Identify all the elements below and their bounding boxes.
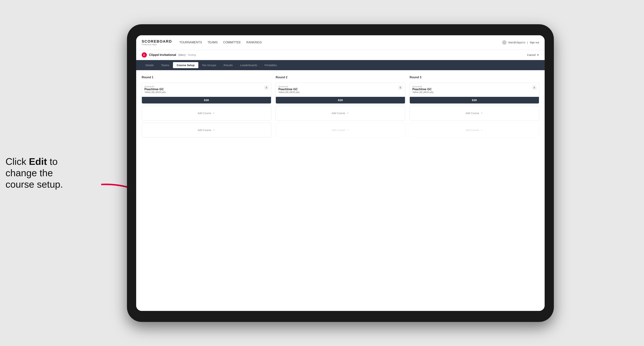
tab-leaderboards[interactable]: Leaderboards — [236, 62, 261, 68]
round-2-add-course-1[interactable]: Add Course ＋ — [276, 106, 405, 121]
round-1-title: Round 1 — [142, 76, 271, 79]
course-name-3: Peachtree GC — [412, 88, 434, 91]
plus-icon-4: ＋ — [346, 128, 349, 132]
course-details-2: Yellow (M) (6629 yds) — [278, 91, 300, 94]
hosting-bar: C Clippd Invitational (Men) Hosting Canc… — [136, 50, 545, 60]
round-1-add-course-2[interactable]: Add Course ＋ — [142, 123, 271, 138]
course-name-2: Peachtree GC — [278, 88, 300, 91]
scoreboard-logo: SCOREBOARD Powered by clippd — [142, 39, 172, 46]
user-email: blair@clippd.io — [508, 41, 525, 44]
nav-committee[interactable]: COMMITTEE — [223, 40, 241, 45]
add-course-label-4: Add Course — [332, 129, 345, 132]
add-course-label-6: Add Course — [466, 129, 479, 132]
nav-teams[interactable]: TEAMS — [208, 40, 218, 45]
round-2-column: Round 2 (Course A) Peachtree GC Yellow (… — [276, 76, 405, 138]
round-2-add-course-2: Add Course ＋ — [276, 123, 405, 138]
delete-course-icon[interactable]: 🗑 — [264, 85, 268, 89]
round-2-edit-button[interactable]: Edit — [276, 97, 405, 103]
main-content: Round 1 (Course A) Peachtree GC Yellow (… — [136, 70, 545, 311]
round-3-edit-button[interactable]: Edit — [410, 97, 539, 103]
round-1-edit-button[interactable]: Edit — [142, 97, 271, 103]
tab-results[interactable]: Results — [220, 62, 236, 68]
nav-right: blair@clippd.io | Sign out — [502, 40, 539, 45]
tab-course-setup[interactable]: Course Setup — [173, 62, 198, 68]
course-card-header: (Course A) Peachtree GC Yellow (M) (6629… — [144, 85, 268, 96]
logo-sub: Powered by clippd — [142, 43, 172, 46]
tab-tee-groups[interactable]: Tee Groups — [198, 62, 220, 68]
round-2-course-card: (Course A) Peachtree GC Yellow (M) (6629… — [276, 83, 405, 104]
plus-icon-2: ＋ — [212, 128, 215, 132]
sign-out-link[interactable]: Sign out — [530, 41, 539, 44]
hosting-badge: Hosting — [188, 53, 196, 56]
tablet-frame: SCOREBOARD Powered by clippd TOURNAMENTS… — [127, 24, 554, 322]
rounds-grid: Round 1 (Course A) Peachtree GC Yellow (… — [142, 76, 539, 138]
round-1-add-course-1[interactable]: Add Course ＋ — [142, 106, 271, 121]
cancel-button[interactable]: Cancel ✕ — [527, 53, 539, 57]
nav-rankings[interactable]: RANKINGS — [246, 40, 262, 45]
course-label: (Course A) — [144, 85, 166, 88]
course-name: Peachtree GC — [144, 88, 166, 91]
instruction-text: Click Edit tochange thecourse setup. — [6, 156, 63, 190]
instruction-bold: Edit — [29, 156, 47, 167]
round-1-column: Round 1 (Course A) Peachtree GC Yellow (… — [142, 76, 271, 138]
tab-details[interactable]: Details — [142, 62, 158, 68]
round-1-course-card: (Course A) Peachtree GC Yellow (M) (6629… — [142, 83, 271, 104]
round-3-add-course-2: Add Course ＋ — [410, 123, 539, 138]
round-2-title: Round 2 — [276, 76, 405, 79]
add-course-label: Add Course — [198, 112, 211, 115]
course-label-2: (Course A) — [278, 85, 300, 88]
round-3-course-card: (Course A) Peachtree GC Yellow (M) (6629… — [410, 83, 539, 104]
plus-icon-6: ＋ — [480, 128, 483, 132]
course-card-header-2: (Course A) Peachtree GC Yellow (M) (6629… — [278, 85, 402, 96]
course-details-3: Yellow (M) (6629 yds) — [412, 91, 434, 94]
round-3-column: Round 3 (Course A) Peachtree GC Yellow (… — [410, 76, 539, 138]
clippd-icon: C — [142, 52, 147, 57]
course-details: Yellow (M) (6629 yds) — [144, 91, 166, 94]
plus-icon-3: ＋ — [346, 111, 349, 115]
plus-icon-5: ＋ — [480, 111, 483, 115]
top-nav: SCOREBOARD Powered by clippd TOURNAMENTS… — [136, 35, 545, 50]
hosting-left: C Clippd Invitational (Men) Hosting — [142, 52, 196, 57]
tabs-bar: Details Teams Course Setup Tee Groups Re… — [136, 60, 545, 70]
round-3-title: Round 3 — [410, 76, 539, 79]
logo-title: SCOREBOARD — [142, 39, 172, 43]
delete-course-icon-3[interactable]: 🗑 — [532, 85, 536, 89]
cancel-label: Cancel — [527, 53, 536, 56]
add-course-label-2: Add Course — [198, 129, 211, 132]
cancel-icon: ✕ — [537, 53, 539, 57]
gender-label: (Men) — [178, 53, 186, 56]
round-3-add-course-1[interactable]: Add Course ＋ — [410, 106, 539, 121]
tab-printables[interactable]: Printables — [261, 62, 280, 68]
add-course-label-3: Add Course — [332, 112, 345, 115]
plus-icon: ＋ — [212, 111, 215, 115]
tournament-name: Clippd Invitational — [149, 53, 176, 57]
tablet-screen: SCOREBOARD Powered by clippd TOURNAMENTS… — [136, 35, 545, 311]
course-label-3: (Course A) — [412, 85, 434, 88]
course-card-header-3: (Course A) Peachtree GC Yellow (M) (6629… — [412, 85, 536, 96]
tab-teams[interactable]: Teams — [158, 62, 173, 68]
nav-tournaments[interactable]: TOURNAMENTS — [179, 40, 202, 45]
delete-course-icon-2[interactable]: 🗑 — [398, 85, 402, 89]
add-course-label-5: Add Course — [466, 112, 479, 115]
nav-links: TOURNAMENTS TEAMS COMMITTEE RANKINGS — [179, 40, 502, 45]
separator: | — [527, 41, 528, 44]
avatar — [502, 40, 506, 45]
